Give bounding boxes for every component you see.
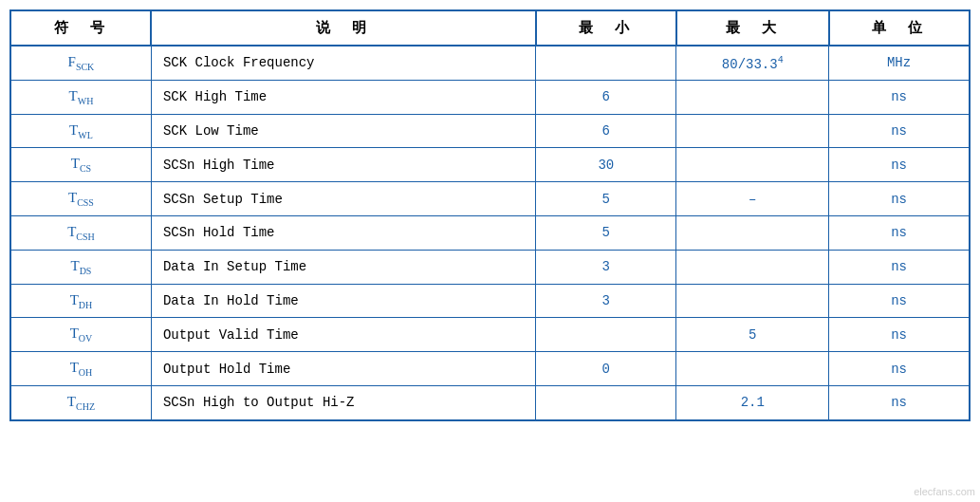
- symbol-cell: TCHZ: [10, 385, 151, 419]
- header-symbol: 符 号: [10, 10, 151, 46]
- max-cell: [676, 80, 829, 114]
- description-cell: Data In Hold Time: [151, 284, 535, 318]
- min-cell: [536, 46, 676, 80]
- symbol-cell: TCSS: [10, 182, 151, 216]
- header-description: 说 明: [151, 10, 535, 46]
- symbol-main: T: [69, 122, 78, 138]
- min-cell: 5: [536, 215, 676, 250]
- symbol-main: T: [70, 325, 79, 341]
- symbol-sub: SCK: [76, 62, 94, 72]
- table-row: TDSData In Setup Time3ns: [10, 250, 970, 284]
- symbol-main: T: [67, 224, 76, 239]
- min-cell: 6: [536, 114, 676, 148]
- unit-cell: ns: [829, 318, 970, 352]
- symbol-cell: TCSH: [10, 215, 151, 250]
- symbol-sub: DS: [80, 266, 92, 276]
- table-header-row: 符 号 说 明 最 小 最 大 单 位: [10, 10, 970, 46]
- header-max: 最 大: [676, 10, 829, 46]
- unit-cell: MHz: [829, 46, 970, 80]
- min-cell: 0: [536, 352, 676, 386]
- symbol-main: T: [70, 360, 79, 375]
- unit-cell: ns: [829, 250, 970, 284]
- description-cell: Output Hold Time: [151, 352, 535, 386]
- description-cell: SCK Low Time: [151, 114, 535, 148]
- min-cell: 6: [536, 80, 676, 114]
- max-cell: [676, 352, 829, 386]
- symbol-main: T: [70, 258, 79, 273]
- table-row: TCHZSCSn High to Output Hi-Z2.1ns: [10, 385, 970, 419]
- symbol-main: T: [71, 156, 80, 171]
- min-cell: 5: [536, 182, 676, 216]
- symbol-main: T: [67, 394, 76, 409]
- description-cell: SCSn Setup Time: [151, 182, 535, 216]
- symbol-sub: DH: [79, 299, 92, 309]
- table-row: TCSSSCSn Setup Time5–ns: [10, 182, 970, 216]
- description-cell: SCSn High Time: [151, 148, 535, 182]
- header-min: 最 小: [536, 10, 676, 46]
- table-row: TOVOutput Valid Time5ns: [10, 318, 970, 352]
- max-superscript: 4: [778, 55, 784, 65]
- symbol-sub: CS: [80, 163, 91, 174]
- table-row: TCSHSCSn Hold Time5ns: [10, 215, 970, 250]
- unit-cell: ns: [829, 80, 970, 114]
- unit-cell: ns: [829, 114, 970, 148]
- table-row: TWLSCK Low Time6ns: [10, 114, 970, 148]
- description-cell: SCSn High to Output Hi-Z: [151, 385, 535, 419]
- max-cell: 2.1: [676, 385, 829, 419]
- unit-cell: ns: [829, 385, 970, 419]
- unit-cell: ns: [829, 352, 970, 386]
- symbol-cell: FSCK: [10, 46, 151, 80]
- max-cell: 80/33.34: [676, 46, 829, 80]
- symbol-cell: TCS: [10, 148, 151, 182]
- table-row: TWHSCK High Time6ns: [10, 80, 970, 114]
- symbol-sub: CHZ: [76, 401, 95, 412]
- symbol-cell: TWH: [10, 80, 151, 114]
- timing-table: 符 号 说 明 最 小 最 大 单 位 FSCKSCK Clock Freque…: [9, 9, 971, 421]
- min-cell: 3: [536, 284, 676, 318]
- table-row: TDHData In Hold Time3ns: [10, 284, 970, 318]
- symbol-main: F: [68, 54, 76, 69]
- table-row: TOHOutput Hold Time0ns: [10, 352, 970, 386]
- symbol-sub: WL: [78, 129, 93, 139]
- symbol-sub: CSH: [76, 232, 94, 242]
- symbol-sub: OV: [79, 333, 92, 344]
- timing-table-container: 符 号 说 明 最 小 最 大 单 位 FSCKSCK Clock Freque…: [9, 9, 971, 421]
- max-cell: –: [676, 182, 829, 216]
- unit-cell: ns: [829, 215, 970, 250]
- min-cell: [536, 385, 676, 419]
- symbol-cell: TOV: [10, 318, 151, 352]
- symbol-cell: TDH: [10, 284, 151, 318]
- max-cell: [676, 148, 829, 182]
- symbol-main: T: [69, 88, 78, 103]
- max-cell: [676, 284, 829, 318]
- symbol-cell: TWL: [10, 114, 151, 148]
- description-cell: Output Valid Time: [151, 318, 535, 352]
- min-cell: 30: [536, 148, 676, 182]
- min-cell: 3: [536, 250, 676, 284]
- unit-cell: ns: [829, 148, 970, 182]
- description-cell: Data In Setup Time: [151, 250, 535, 284]
- max-cell: [676, 250, 829, 284]
- header-unit: 单 位: [829, 10, 970, 46]
- description-cell: SCK Clock Frequency: [151, 46, 535, 80]
- description-cell: SCK High Time: [151, 80, 535, 114]
- symbol-sub: WH: [78, 96, 94, 106]
- symbol-cell: TOH: [10, 352, 151, 386]
- max-cell: [676, 215, 829, 250]
- description-cell: SCSn Hold Time: [151, 215, 535, 250]
- max-cell: [676, 114, 829, 148]
- unit-cell: ns: [829, 182, 970, 216]
- table-row: TCSSCSn High Time30ns: [10, 148, 970, 182]
- symbol-cell: TDS: [10, 250, 151, 284]
- max-cell: 5: [676, 318, 829, 352]
- symbol-main: T: [70, 292, 79, 307]
- symbol-sub: OH: [79, 367, 92, 378]
- symbol-sub: CSS: [77, 197, 94, 208]
- table-row: FSCKSCK Clock Frequency80/33.34MHz: [10, 46, 970, 80]
- symbol-main: T: [68, 190, 77, 205]
- unit-cell: ns: [829, 284, 970, 318]
- min-cell: [536, 318, 676, 352]
